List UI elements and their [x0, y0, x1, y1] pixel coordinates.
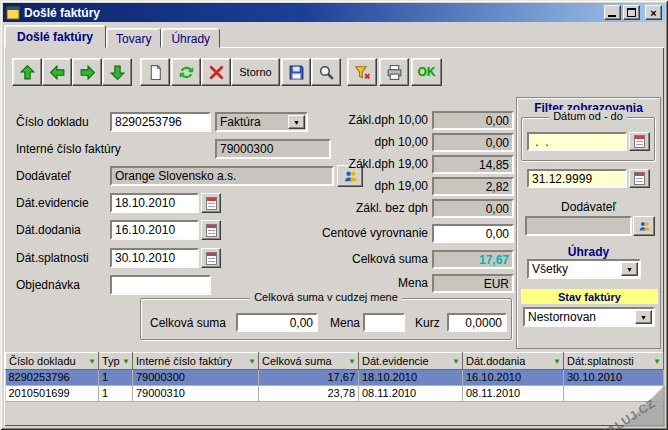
dph19-label: dph 19,00 — [290, 179, 428, 193]
sort-down-icon: ▼ — [553, 357, 561, 366]
grid-cell[interactable]: 08.11.2010 — [359, 386, 463, 402]
dat-splatnosti-input[interactable] — [110, 248, 199, 268]
stav-dropdown-button[interactable]: ▼ — [635, 310, 652, 324]
grid-header-interne-cislo[interactable]: Interné číslo faktúry▼ — [133, 353, 259, 370]
ok-button[interactable]: OK — [411, 58, 442, 86]
sort-down-icon: ▼ — [248, 357, 256, 366]
uhrady-dropdown-button[interactable]: ▼ — [621, 262, 638, 276]
new-invoice-button[interactable] — [140, 58, 170, 86]
grid-cell[interactable]: 8290253796 — [6, 370, 99, 386]
cislo-dokladu-input[interactable] — [110, 112, 211, 132]
grid-header-row: Číslo dokladu▼ Typ▼ Interné číslo faktúr… — [6, 353, 664, 370]
calendar-icon — [206, 252, 217, 265]
tab-tovary[interactable]: Tovary — [106, 28, 161, 48]
celkova-suma-field: 17,67 — [432, 250, 514, 269]
maximize-icon — [627, 8, 636, 17]
tab-dosle-faktury[interactable]: Došlé faktúry — [4, 25, 106, 48]
dat-evidencie-label: Dát.evidencie — [16, 196, 89, 210]
next-record-button[interactable] — [72, 58, 102, 86]
dph19-field: 2,82 — [432, 177, 514, 196]
new-document-icon — [147, 64, 164, 81]
calendar-icon — [634, 172, 645, 185]
grid-cell[interactable]: 2010501699 — [6, 386, 99, 402]
foreign-mena-input[interactable] — [363, 313, 405, 332]
grid-header-dat-splatnosti[interactable]: Dát.splatnosti▼ — [564, 353, 664, 370]
grid-header-typ[interactable]: Typ▼ — [99, 353, 133, 370]
date-to-calendar-button[interactable] — [629, 169, 650, 188]
table-row[interactable]: 2010501699 1 79000310 23,78 08.11.2010 0… — [6, 386, 664, 402]
zakl-bez-dph-field: 0,00 — [432, 199, 514, 218]
invoice-grid: Číslo dokladu▼ Typ▼ Interné číslo faktúr… — [5, 352, 664, 402]
grid-cell[interactable] — [564, 386, 664, 402]
save-button[interactable] — [281, 58, 311, 86]
storno-button[interactable]: Storno — [231, 58, 280, 86]
kurz-label: Kurz — [415, 316, 440, 330]
table-row-selected[interactable]: 8290253796 1 79000300 17,67 18.10.2010 1… — [6, 370, 664, 386]
first-record-button[interactable] — [12, 58, 42, 86]
tab-strip: Došlé faktúry Tovary Úhrady — [4, 25, 220, 48]
prior-record-button[interactable] — [42, 58, 72, 86]
floppy-save-icon — [288, 64, 305, 81]
window-controls: × — [604, 5, 662, 20]
zakl-dph19-label: Zákl.dph 19,00 — [290, 157, 428, 171]
minimize-button[interactable] — [604, 5, 621, 20]
date-to-input[interactable] — [527, 169, 627, 188]
objednavka-input[interactable] — [110, 275, 211, 295]
dat-dodania-input[interactable] — [110, 220, 199, 240]
grid-cell[interactable]: 08.11.2010 — [463, 386, 564, 402]
maximize-button[interactable] — [623, 5, 640, 20]
uhrady-value: Všetky — [532, 262, 568, 276]
print-button[interactable] — [379, 58, 409, 86]
close-button[interactable]: × — [645, 5, 662, 20]
grid-cell[interactable]: 17,67 — [259, 370, 359, 386]
clear-filter-button[interactable] — [347, 58, 377, 86]
grid-cell[interactable]: 1 — [99, 386, 133, 402]
date-from-calendar-button[interactable] — [629, 132, 650, 151]
celkova-suma-label: Celková suma — [290, 252, 428, 266]
grid-header-dat-dodania[interactable]: Dát.dodania▼ — [463, 353, 564, 370]
search-button[interactable] — [311, 58, 341, 86]
arrow-left-icon — [49, 64, 66, 81]
sort-down-icon: ▼ — [88, 357, 96, 366]
grid-cell[interactable]: 18.10.2010 — [359, 370, 463, 386]
dat-splatnosti-label: Dát.splatnosti — [16, 251, 89, 265]
people-icon — [638, 220, 651, 233]
refresh-button[interactable] — [171, 58, 201, 86]
grid-cell[interactable]: 79000300 — [133, 370, 259, 386]
filter-dodavatel-label: Dodávateľ — [516, 200, 661, 214]
tab-uhrady[interactable]: Úhrady — [161, 28, 220, 48]
grid-cell[interactable]: 1 — [99, 370, 133, 386]
grid-header-dat-evidencie[interactable]: Dát.evidencie▼ — [359, 353, 463, 370]
centove-vyrovnanie-label: Centové vyrovnanie — [290, 226, 428, 240]
stav-faktury-combo[interactable]: Nestornovan ▼ — [523, 307, 655, 327]
grid-cell[interactable]: 79000310 — [133, 386, 259, 402]
calendar-icon — [634, 135, 645, 148]
refresh-icon — [178, 64, 195, 81]
last-record-button[interactable] — [102, 58, 132, 86]
objednavka-label: Objednávka — [16, 278, 80, 292]
delete-x-icon — [208, 64, 225, 81]
app-icon — [6, 6, 20, 20]
centove-vyrovnanie-input[interactable] — [432, 224, 514, 243]
filter-funnel-icon — [354, 64, 371, 81]
grid-header-cislo-dokladu[interactable]: Číslo dokladu▼ — [6, 353, 99, 370]
uhrady-label: Úhrady — [516, 245, 661, 259]
grid-header-celkova-suma[interactable]: Celková suma▼ — [259, 353, 359, 370]
filter-dodavatel-lookup-button[interactable] — [633, 216, 655, 236]
uhrady-combo[interactable]: Všetky ▼ — [527, 259, 641, 279]
dat-evidencie-calendar-button[interactable] — [201, 193, 221, 213]
grid-cell[interactable]: 16.10.2010 — [463, 370, 564, 386]
dat-evidencie-input[interactable] — [110, 193, 199, 213]
date-from-input[interactable] — [527, 132, 627, 151]
dph10-field: 0,00 — [432, 133, 514, 152]
cislo-dokladu-label: Číslo dokladu — [16, 115, 89, 129]
mena-label: Mena — [290, 276, 428, 290]
delete-button[interactable] — [201, 58, 231, 86]
foreign-suma-input[interactable] — [236, 313, 318, 332]
grid-cell[interactable]: 23,78 — [259, 386, 359, 402]
dat-splatnosti-calendar-button[interactable] — [201, 248, 221, 268]
kurz-input[interactable] — [447, 313, 507, 332]
dat-dodania-calendar-button[interactable] — [201, 220, 221, 240]
grid-cell[interactable]: 30.10.2010 — [564, 370, 664, 386]
zakl-dph19-field: 14,85 — [432, 155, 514, 174]
